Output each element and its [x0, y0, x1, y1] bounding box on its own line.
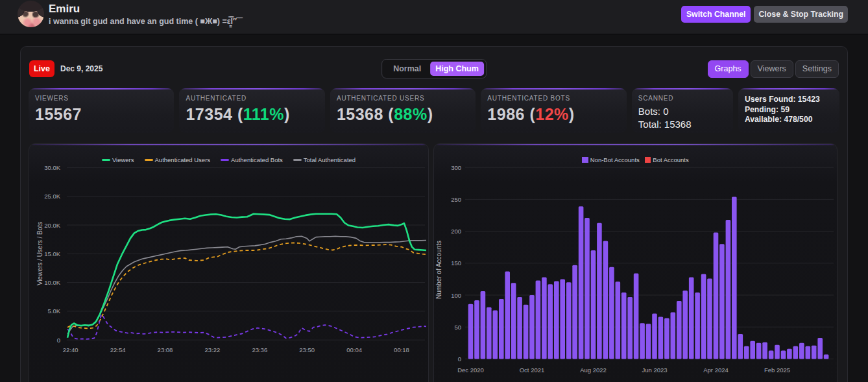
svg-text:150: 150 [451, 259, 461, 267]
svg-text:Oct 2021: Oct 2021 [520, 366, 545, 374]
svg-text:30.0K: 30.0K [44, 164, 60, 171]
svg-text:23:50: 23:50 [299, 346, 315, 353]
svg-text:20.0K: 20.0K [44, 222, 60, 229]
svg-text:22:40: 22:40 [63, 346, 78, 353]
svg-text:Apr 2024: Apr 2024 [703, 366, 729, 374]
svg-text:250: 250 [451, 196, 461, 203]
svg-text:200: 200 [451, 228, 461, 235]
svg-text:00:04: 00:04 [346, 346, 362, 353]
svg-text:Jun 2023: Jun 2023 [642, 366, 667, 374]
svg-text:22:54: 22:54 [110, 346, 126, 353]
svg-text:0: 0 [57, 337, 60, 344]
svg-text:23:08: 23:08 [158, 346, 173, 353]
svg-text:15.0K: 15.0K [44, 250, 60, 257]
svg-text:Aug 2022: Aug 2022 [580, 366, 607, 374]
svg-text:0: 0 [458, 355, 461, 363]
svg-text:10.0K: 10.0K [44, 279, 60, 286]
svg-text:Dec 2020: Dec 2020 [457, 366, 484, 374]
svg-text:5.0K: 5.0K [47, 307, 60, 315]
svg-text:25.0K: 25.0K [44, 193, 60, 200]
svg-text:Number of Accounts: Number of Accounts [435, 241, 442, 299]
svg-text:300: 300 [451, 164, 461, 171]
svg-text:100: 100 [451, 292, 461, 299]
svg-text:50: 50 [454, 324, 461, 331]
svg-text:00:18: 00:18 [394, 346, 409, 353]
svg-text:Feb 2025: Feb 2025 [764, 366, 790, 374]
svg-text:23:36: 23:36 [252, 346, 267, 353]
svg-text:Viewers / Users / Bots: Viewers / Users / Bots [36, 222, 43, 285]
svg-text:23:22: 23:22 [205, 346, 221, 353]
